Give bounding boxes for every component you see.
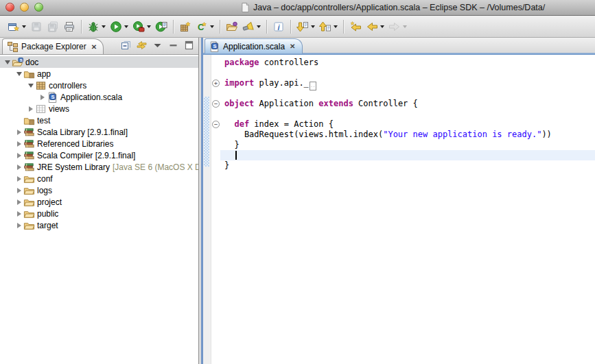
disclosure-triangle-icon[interactable] [17, 211, 21, 217]
run-button[interactable] [108, 19, 130, 35]
package-explorer-tree: SdocappcontrollersSApplication.scalaview… [0, 55, 198, 364]
code-line-4[interactable] [220, 88, 595, 99]
previous-annotation-button[interactable] [318, 19, 339, 35]
dropdown-arrow-icon[interactable] [380, 25, 384, 28]
disclosure-triangle-icon[interactable] [17, 165, 21, 170]
next-annotation-button[interactable] [295, 19, 316, 35]
close-view-icon[interactable]: ✕ [91, 43, 97, 51]
tree-item-public[interactable]: public [0, 208, 198, 219]
fold-minus-icon[interactable]: − [212, 100, 220, 108]
link-with-editor-button[interactable] [136, 40, 148, 51]
dropdown-arrow-icon[interactable] [147, 25, 151, 28]
disclosure-slot [14, 153, 23, 158]
annotation-ruler[interactable] [203, 55, 211, 364]
forward-button[interactable] [387, 19, 408, 35]
save-button[interactable] [29, 19, 44, 35]
toggle-mark-occurrences-button[interactable]: i [271, 19, 286, 35]
fold-plus-icon[interactable]: + [212, 80, 220, 87]
back-button[interactable] [364, 19, 386, 35]
code-token-plain: Application [254, 99, 318, 108]
text-cursor [235, 151, 237, 160]
disclosure-triangle-icon[interactable] [17, 176, 21, 182]
new-class-button[interactable]: C [194, 19, 215, 35]
tree-item-doc[interactable]: Sdoc [0, 56, 198, 68]
run-external-tools-button[interactable] [131, 19, 152, 35]
code-line-7[interactable]: def index = Action { [220, 119, 595, 130]
tree-item-project[interactable]: project [0, 196, 198, 208]
code-line-9[interactable]: } [220, 140, 595, 150]
dropdown-arrow-icon[interactable] [124, 25, 128, 28]
toolbar-separator [290, 20, 291, 34]
editor-tab-label: Application.scala [223, 42, 285, 51]
last-edit-location-button[interactable] [348, 19, 363, 35]
titlebar[interactable]: Java – doc/app/controllers/Application.s… [0, 0, 595, 16]
dropdown-arrow-icon[interactable] [334, 25, 338, 28]
disclosure-triangle-icon[interactable] [5, 60, 10, 64]
dropdown-arrow-icon[interactable] [257, 25, 261, 28]
package-explorer-view-tab[interactable]: Package Explorer ✕ [2, 38, 104, 54]
disclosure-triangle-icon[interactable] [40, 95, 45, 100]
new-class-icon: C [196, 21, 208, 33]
disclosure-triangle-icon[interactable] [17, 141, 21, 147]
code-line-8[interactable]: BadRequest(views.html.index("Your new ap… [220, 130, 595, 140]
code-line-5[interactable]: object Application extends Controller { [220, 99, 595, 109]
code-area[interactable]: package controllersimport play.api._..ob… [220, 55, 595, 364]
new-wizard-button[interactable] [6, 19, 27, 35]
disclosure-triangle-icon[interactable] [16, 72, 22, 76]
collapse-all-button[interactable] [120, 40, 132, 51]
toolbar-separator [220, 20, 220, 34]
dropdown-arrow-icon[interactable] [403, 25, 407, 28]
tree-item-conf[interactable]: conf [0, 173, 198, 184]
dropdown-arrow-icon[interactable] [311, 25, 315, 28]
tree-item-scala-library-2-9-1-final[interactable]: Scala Library [2.9.1.final] [0, 126, 198, 138]
disclosure-triangle-icon[interactable] [17, 153, 21, 158]
disclosure-triangle-icon[interactable] [17, 223, 21, 228]
disclosure-triangle-icon[interactable] [17, 199, 21, 205]
tree-item-controllers[interactable]: controllers [0, 80, 198, 91]
print-button[interactable] [62, 19, 77, 35]
run-coverage-button[interactable] [154, 19, 169, 35]
search-button[interactable] [241, 19, 262, 35]
code-line-10[interactable] [220, 150, 595, 160]
dropdown-arrow-icon[interactable] [210, 25, 214, 28]
tree-item-test[interactable]: test [0, 114, 198, 126]
save-all-button[interactable] [45, 19, 60, 35]
code-line-1[interactable]: package controllers [220, 58, 595, 68]
tree-item-scala-compiler-2-9-1-final[interactable]: Scala Compiler [2.9.1.final] [0, 149, 198, 161]
fold-minus-icon[interactable]: − [212, 121, 220, 128]
tree-item-referenced-libraries[interactable]: Referenced Libraries [0, 138, 198, 149]
tree-item-label: logs [37, 186, 52, 195]
zoom-window-button[interactable] [34, 3, 43, 12]
disclosure-triangle-icon[interactable] [29, 106, 33, 112]
code-line-6[interactable] [220, 109, 595, 119]
view-menu-button[interactable] [152, 40, 163, 51]
tree-item-jre-system-library[interactable]: JRE System Library[Java SE 6 (MacOS X De… [0, 161, 198, 173]
dropdown-arrow-icon[interactable] [22, 25, 26, 28]
code-line-3[interactable]: import play.api._.. [220, 78, 595, 88]
disclosure-triangle-icon[interactable] [17, 188, 21, 193]
disclosure-triangle-icon[interactable] [28, 84, 34, 88]
svg-text:S: S [51, 93, 55, 99]
tree-item-application-scala[interactable]: SApplication.scala [0, 91, 198, 103]
minimize-button[interactable] [167, 40, 179, 51]
close-window-button[interactable] [5, 3, 14, 12]
tree-item-app[interactable]: app [0, 68, 198, 80]
close-tab-icon[interactable]: ✕ [290, 43, 295, 50]
disclosure-triangle-icon[interactable] [17, 130, 21, 135]
open-element-button[interactable] [224, 19, 240, 35]
fold-ruler[interactable]: +−− [211, 55, 220, 364]
disclosure-slot [14, 223, 23, 228]
dropdown-arrow-icon[interactable] [102, 25, 106, 28]
debug-button[interactable] [86, 19, 107, 35]
tree-item-views[interactable]: views [0, 103, 198, 114]
tree-item-label: target [37, 221, 58, 230]
maximize-button[interactable] [183, 40, 195, 51]
folder-icon [23, 173, 35, 184]
code-line-2[interactable] [220, 68, 595, 78]
tree-item-target[interactable]: target [0, 219, 198, 231]
minimize-window-button[interactable] [20, 3, 29, 12]
new-package-button[interactable] [178, 19, 193, 35]
tree-item-logs[interactable]: logs [0, 184, 198, 196]
editor-tab-application-scala[interactable]: S Application.scala ✕ [205, 38, 303, 53]
code-line-11[interactable]: } [220, 160, 595, 171]
